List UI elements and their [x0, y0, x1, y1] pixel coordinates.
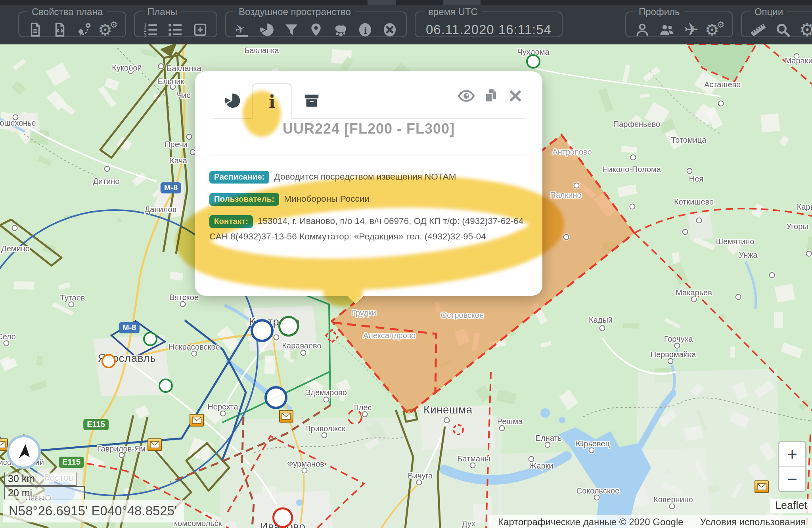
pie-chart-icon — [223, 92, 241, 110]
document-icon[interactable] — [23, 19, 48, 40]
group-utc-time: время UTC 06.11.2020 16:11:54 — [415, 6, 563, 37]
copy-button[interactable] — [482, 88, 500, 104]
svg-text:✈: ✈ — [234, 21, 247, 37]
numbered-list-icon[interactable]: 123 — [139, 19, 163, 40]
airfield-ring-marker[interactable] — [251, 319, 274, 342]
message-marker[interactable] — [755, 480, 769, 493]
map-label: Батманы — [457, 454, 490, 463]
map-label: Ковернино — [653, 495, 693, 504]
pie-chart-icon[interactable] — [255, 19, 279, 40]
plane-departure-icon[interactable]: ✈ — [230, 19, 255, 40]
ruler-icon[interactable] — [746, 19, 770, 40]
schedule-row: Расписание:Доводится посредством извещен… — [209, 169, 527, 184]
schedule-badge: Расписание: — [209, 171, 269, 184]
coordinates-readout: N58°26.6915' E040°48.8525' — [3, 500, 184, 522]
group-label: Свойства плана — [28, 6, 107, 17]
zoom-in-button[interactable]: + — [779, 442, 805, 467]
location-pin-icon[interactable] — [304, 19, 328, 40]
map-label: Нея — [689, 174, 703, 184]
leaflet-attribution[interactable]: Leaflet — [770, 499, 812, 513]
close-circle-icon[interactable] — [377, 19, 402, 40]
settings-gears-icon[interactable]: ⚙⚙ — [704, 19, 728, 40]
message-marker[interactable] — [147, 438, 162, 451]
airfield-ring-marker[interactable] — [102, 354, 116, 368]
message-marker[interactable] — [279, 410, 293, 423]
map-label: Коткишево — [674, 197, 714, 207]
map-label: Здемирово — [306, 388, 347, 397]
message-marker[interactable] — [190, 414, 204, 427]
weather-icon[interactable] — [328, 19, 353, 40]
tab-chart[interactable] — [213, 83, 252, 118]
user-row: Пользователь:Минобороны России — [209, 191, 527, 207]
envelope-icon — [757, 483, 766, 490]
close-popup-button[interactable] — [507, 88, 524, 104]
group-label: Профиль — [635, 6, 684, 17]
plane-icon[interactable]: ✈ — [679, 19, 704, 40]
map-label: Бакланка — [244, 46, 279, 55]
map-label: Вичуга — [408, 471, 433, 480]
map-label: Село — [0, 332, 16, 341]
group-options: Опции ⚙ ? i — [741, 6, 812, 37]
user-badge: Пользователь: — [209, 193, 279, 206]
info-circle-icon[interactable]: i — [353, 19, 377, 40]
map-label: Чис — [177, 91, 191, 100]
map-label: Решма — [497, 417, 523, 426]
filter-icon[interactable] — [279, 19, 304, 40]
road-badge: М-8 — [161, 182, 181, 193]
airfield-ring-marker[interactable] — [526, 54, 540, 69]
map-label: Карь — [797, 203, 812, 212]
route-icon[interactable] — [72, 19, 97, 40]
zoom-out-button[interactable]: − — [779, 467, 805, 491]
map-label: Николо-Полома — [602, 165, 661, 174]
map-label: Асташево — [704, 80, 741, 89]
map-label: Некрасовское — [169, 342, 220, 352]
airfield-ring-marker[interactable] — [278, 316, 299, 337]
map-label: Юрьевец — [576, 439, 610, 448]
attribution-text: Картографические данные © 2020 Google — [498, 517, 684, 527]
tab-info[interactable]: i — [252, 83, 292, 120]
town-dot — [470, 463, 476, 469]
gears-icon[interactable]: ⚙⚙ — [97, 19, 121, 40]
users-icon[interactable] — [655, 19, 679, 40]
bullet-list-icon[interactable] — [163, 19, 188, 40]
terms-link[interactable]: Условия использования — [700, 517, 806, 527]
map-label: Палкино — [550, 191, 581, 200]
document-code-icon[interactable] — [48, 19, 72, 40]
airfield-ring-marker[interactable] — [264, 386, 287, 409]
scale-control: 30 km 20 mi — [4, 473, 85, 499]
airfield-ring-marker[interactable] — [272, 507, 293, 528]
town-dot — [69, 302, 75, 308]
town-dot — [324, 397, 329, 403]
group-profile: Профиль ✈ ⚙⚙ — [625, 6, 733, 37]
map-label: Пречи — [165, 140, 188, 149]
map-label: Кадый — [589, 316, 613, 325]
search-icon[interactable] — [770, 19, 795, 40]
airspace-info-popup: i — [195, 71, 542, 296]
town-dot — [735, 294, 741, 300]
map-label: Парфеньево — [613, 120, 660, 129]
user-icon[interactable] — [630, 19, 655, 40]
town-dot — [589, 448, 595, 453]
airfield-ring-marker[interactable] — [159, 379, 173, 393]
airfield-ring-marker[interactable] — [143, 332, 157, 346]
contact-badge: Контакт: — [209, 215, 253, 228]
gear-icon[interactable]: ⚙ — [795, 19, 812, 40]
current-location-marker[interactable] — [7, 435, 41, 469]
road-badge: E115 — [59, 457, 84, 468]
tab-archive[interactable] — [292, 83, 331, 118]
town-dot — [691, 297, 697, 302]
schedule-value: Доводится посредством извещения NOTAM — [274, 172, 456, 182]
add-plan-icon[interactable] — [188, 19, 213, 40]
map-label: Нерехта — [207, 402, 238, 411]
visibility-button[interactable] — [458, 88, 475, 104]
close-icon — [508, 89, 523, 103]
town-dot — [186, 134, 192, 140]
scale-mi: 20 mi — [4, 486, 85, 499]
navigation-arrow-icon — [13, 442, 34, 462]
top-toolbar: Свойства плана ⚙⚙ Пл — [0, 0, 812, 44]
strip-notch — [368, 0, 396, 5]
map-label: Угоры — [786, 222, 808, 231]
town-dot — [416, 480, 422, 486]
map-attribution-bar: Картографические данные © 2020 GoogleУсл… — [488, 515, 812, 528]
town-dot — [4, 341, 10, 346]
